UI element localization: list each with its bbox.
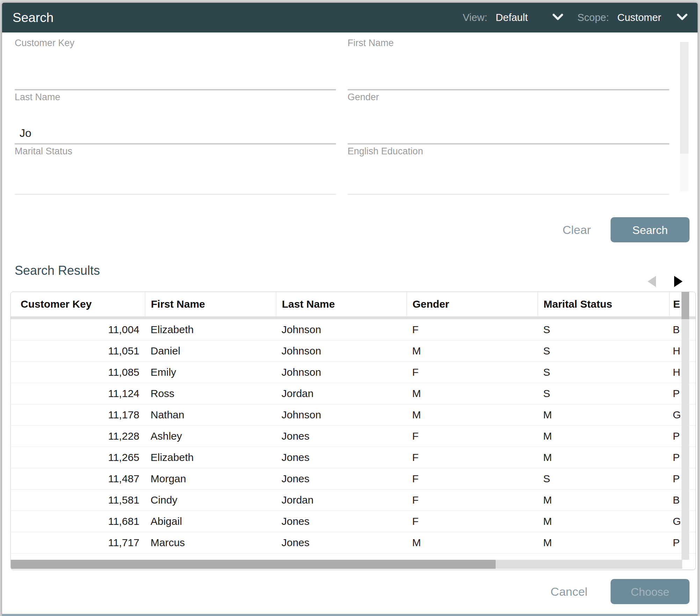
table-row[interactable]: 11,085EmilyJohnsonFSH bbox=[11, 362, 695, 383]
last-name-label: Last Name bbox=[15, 92, 336, 103]
last-name-input[interactable]: Jo bbox=[20, 127, 31, 141]
first-name-label: First Name bbox=[348, 38, 669, 49]
table-cell: S bbox=[538, 324, 669, 336]
table-cell: 11,265 bbox=[11, 452, 145, 463]
table-cell: 11,581 bbox=[11, 494, 145, 506]
table-cell: Morgan bbox=[145, 473, 276, 485]
table-row[interactable]: 11,265ElizabethJonesFMP bbox=[11, 447, 695, 468]
first-name-field[interactable]: First Name bbox=[348, 38, 669, 90]
column-header[interactable]: Gender bbox=[407, 292, 538, 316]
table-cell: Jones bbox=[276, 537, 407, 549]
table-vscroll-thumb[interactable] bbox=[681, 292, 689, 319]
gender-field[interactable]: Gender bbox=[348, 92, 669, 144]
table-cell: M bbox=[407, 388, 538, 399]
table-row[interactable]: 11,228AshleyJonesFMP bbox=[11, 426, 695, 447]
table-cell: Nathan bbox=[145, 409, 276, 421]
table-row[interactable]: 11,051DanielJohnsonMSH bbox=[11, 340, 695, 362]
marital-status-label: Marital Status bbox=[15, 146, 336, 157]
table-cell: F bbox=[407, 430, 538, 442]
chevron-down-icon bbox=[552, 13, 563, 22]
table-cell: Marcus bbox=[145, 537, 276, 549]
cancel-button[interactable]: Cancel bbox=[543, 579, 595, 604]
table-cell: Emily bbox=[145, 366, 276, 378]
field-underline bbox=[15, 143, 336, 144]
marital-status-field[interactable]: Marital Status bbox=[15, 146, 336, 195]
table-cell: 11,228 bbox=[11, 430, 145, 442]
table-cell: Jones bbox=[276, 515, 407, 527]
table-row[interactable]: 11,681AbigailJonesFMG bbox=[11, 511, 695, 532]
table-cell: 11,004 bbox=[11, 324, 145, 336]
scope-value: Customer bbox=[617, 12, 661, 23]
customer-key-label: Customer Key bbox=[15, 38, 336, 49]
table-cell: Ross bbox=[145, 388, 276, 399]
triangle-left-icon[interactable] bbox=[648, 276, 656, 287]
field-underline bbox=[348, 89, 669, 90]
triangle-right-icon[interactable] bbox=[674, 276, 683, 287]
table-cell: M bbox=[538, 494, 669, 506]
table-cell: 11,487 bbox=[11, 473, 145, 485]
table-cell: Jones bbox=[276, 452, 407, 463]
table-horizontal-scrollbar[interactable] bbox=[11, 560, 682, 569]
table-cell: Jordan bbox=[276, 494, 407, 506]
table-cell: Elizabeth bbox=[145, 324, 276, 336]
table-cell: Jones bbox=[276, 430, 407, 442]
clear-button[interactable]: Clear bbox=[552, 217, 601, 242]
table-row[interactable]: 11,717MarcusJonesMMP bbox=[11, 532, 695, 553]
table-cell: Jordan bbox=[276, 388, 407, 399]
table-cell: S bbox=[538, 345, 669, 357]
field-underline bbox=[15, 194, 336, 195]
table-row[interactable]: 11,004ElizabethJohnsonFSB bbox=[11, 319, 695, 340]
dialog-title: Search bbox=[13, 10, 53, 25]
results-title: Search Results bbox=[15, 263, 100, 278]
table-cell: F bbox=[407, 452, 538, 463]
table-cell: 11,124 bbox=[11, 388, 145, 399]
table-cell: M bbox=[538, 430, 669, 442]
table-header-row: Customer KeyFirst NameLast NameGenderMar… bbox=[11, 292, 695, 316]
english-education-field[interactable]: English Education bbox=[348, 146, 669, 195]
table-cell: F bbox=[407, 366, 538, 378]
customer-key-field[interactable]: Customer Key bbox=[15, 38, 336, 90]
table-cell: Johnson bbox=[276, 345, 407, 357]
scope-label: Scope: bbox=[577, 12, 609, 23]
view-label: View: bbox=[463, 12, 487, 23]
table-cell: Jones bbox=[276, 473, 407, 485]
search-dialog: Search View: Default Scope: Customer bbox=[2, 3, 698, 616]
column-header[interactable]: First Name bbox=[145, 292, 276, 316]
table-row[interactable]: 11,581CindyJordanFMB bbox=[11, 490, 695, 511]
table-cell: Daniel bbox=[145, 345, 276, 357]
column-header[interactable]: Marital Status bbox=[538, 292, 669, 316]
table-cell: M bbox=[407, 409, 538, 421]
table-row[interactable]: 11,178NathanJohnsonMMG bbox=[11, 404, 695, 426]
table-cell: Johnson bbox=[276, 409, 407, 421]
search-button[interactable]: Search bbox=[611, 217, 690, 242]
table-row[interactable]: 11,487MorganJonesFSP bbox=[11, 468, 695, 490]
table-row[interactable]: 11,124RossJordanMSP bbox=[11, 383, 695, 404]
table-cell: F bbox=[407, 473, 538, 485]
column-header[interactable]: Last Name bbox=[276, 292, 407, 316]
table-cell: 11,178 bbox=[11, 409, 145, 421]
table-cell: F bbox=[407, 494, 538, 506]
choose-button[interactable]: Choose bbox=[611, 579, 690, 604]
field-underline bbox=[348, 143, 669, 144]
table-vertical-scrollbar[interactable] bbox=[681, 292, 689, 560]
table-cell: M bbox=[407, 537, 538, 549]
table-cell: Johnson bbox=[276, 366, 407, 378]
form-scrollbar-thumb[interactable] bbox=[680, 42, 688, 154]
table-hscroll-thumb[interactable] bbox=[11, 560, 496, 569]
table-cell: M bbox=[538, 537, 669, 549]
table-body: 11,004ElizabethJohnsonFSB11,051DanielJoh… bbox=[11, 319, 695, 570]
column-header[interactable]: Customer Key bbox=[11, 292, 145, 316]
table-cell: M bbox=[538, 452, 669, 463]
table-cell: Johnson bbox=[276, 324, 407, 336]
screen: Search View: Default Scope: Customer bbox=[0, 0, 700, 616]
table-cell: 11,681 bbox=[11, 515, 145, 527]
gender-label: Gender bbox=[348, 92, 669, 103]
english-education-label: English Education bbox=[348, 146, 669, 157]
table-cell: M bbox=[538, 515, 669, 527]
view-dropdown[interactable]: Default bbox=[492, 12, 573, 23]
scope-dropdown[interactable]: Customer bbox=[614, 12, 688, 23]
last-name-field[interactable]: Last Name Jo bbox=[15, 92, 336, 144]
table-cell: F bbox=[407, 324, 538, 336]
table-cell: Cindy bbox=[145, 494, 276, 506]
form-vertical-scrollbar[interactable] bbox=[680, 42, 688, 191]
